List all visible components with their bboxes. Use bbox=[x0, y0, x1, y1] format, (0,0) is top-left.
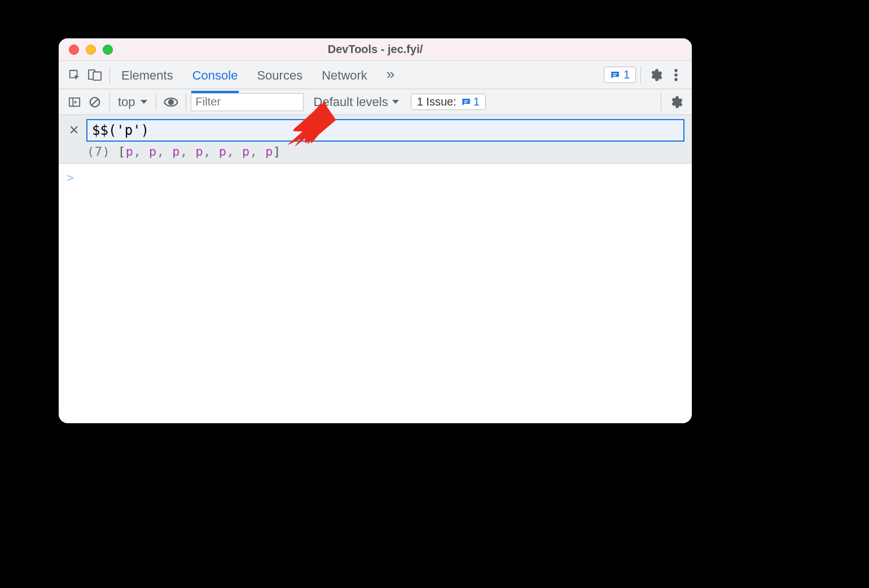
context-label: top bbox=[118, 95, 135, 109]
settings-icon[interactable] bbox=[646, 65, 666, 85]
result-element[interactable]: p bbox=[242, 144, 250, 159]
device-toolbar-icon[interactable] bbox=[85, 65, 105, 85]
levels-label: Default levels bbox=[314, 95, 388, 109]
message-icon bbox=[461, 97, 471, 107]
result-element[interactable]: p bbox=[172, 144, 180, 159]
svg-rect-3 bbox=[613, 73, 617, 74]
panel-tabs: Elements Console Sources Network » bbox=[120, 63, 396, 87]
execution-context-selector[interactable]: top bbox=[115, 95, 151, 109]
more-menu-icon[interactable] bbox=[666, 65, 686, 85]
more-tabs-icon[interactable]: » bbox=[385, 63, 396, 87]
divider bbox=[186, 94, 186, 111]
divider bbox=[109, 67, 110, 84]
live-expression-result: (7) [p, p, p, p, p, p, p] bbox=[87, 144, 684, 159]
svg-rect-14 bbox=[464, 100, 468, 102]
result-element[interactable]: p bbox=[196, 144, 204, 159]
devtools-window: DevTools - jec.fyi/ Elements Console Sou… bbox=[59, 38, 692, 423]
chevron-down-icon bbox=[140, 99, 148, 105]
svg-point-7 bbox=[675, 78, 678, 81]
log-levels-selector[interactable]: Default levels bbox=[314, 95, 400, 109]
chevron-down-icon bbox=[392, 99, 400, 105]
svg-line-11 bbox=[92, 99, 98, 105]
live-expression-input[interactable] bbox=[87, 120, 684, 141]
svg-point-13 bbox=[168, 99, 174, 105]
svg-rect-4 bbox=[613, 75, 616, 76]
tab-elements[interactable]: Elements bbox=[120, 63, 174, 87]
messages-badge[interactable]: 1 bbox=[604, 67, 636, 83]
issues-label: 1 Issue: bbox=[417, 95, 457, 108]
divider bbox=[640, 67, 641, 84]
console-prompt[interactable]: > bbox=[59, 164, 692, 191]
divider bbox=[661, 94, 661, 111]
prompt-caret-icon: > bbox=[67, 170, 74, 185]
result-element[interactable]: p bbox=[126, 144, 134, 159]
main-toolbar: Elements Console Sources Network » 1 bbox=[59, 61, 692, 89]
result-element[interactable]: p bbox=[265, 144, 273, 159]
svg-point-6 bbox=[675, 73, 678, 76]
toggle-sidebar-icon[interactable] bbox=[64, 92, 85, 112]
filter-input[interactable] bbox=[191, 93, 304, 111]
result-element[interactable]: p bbox=[149, 144, 157, 159]
window-title: DevTools - jec.fyi/ bbox=[59, 43, 692, 56]
issues-count: 1 bbox=[473, 95, 480, 108]
divider bbox=[156, 94, 156, 111]
console-settings-icon[interactable] bbox=[666, 92, 686, 112]
live-expression-icon[interactable] bbox=[161, 92, 181, 112]
result-count: (7) bbox=[87, 144, 110, 159]
issues-button[interactable]: 1 Issue: 1 bbox=[411, 94, 486, 110]
inspect-element-icon[interactable] bbox=[64, 65, 85, 85]
messages-count: 1 bbox=[624, 68, 630, 81]
clear-console-icon[interactable] bbox=[85, 92, 105, 112]
message-icon bbox=[610, 70, 620, 80]
svg-rect-2 bbox=[93, 72, 101, 80]
tab-network[interactable]: Network bbox=[321, 63, 368, 87]
close-icon[interactable]: ✕ bbox=[67, 124, 81, 137]
tab-sources[interactable]: Sources bbox=[256, 63, 304, 87]
svg-rect-15 bbox=[464, 102, 467, 103]
divider bbox=[109, 94, 110, 111]
result-element[interactable]: p bbox=[219, 144, 227, 159]
tab-console[interactable]: Console bbox=[191, 63, 239, 87]
title-bar: DevTools - jec.fyi/ bbox=[59, 38, 692, 61]
console-toolbar: top Default levels 1 Issue: 1 bbox=[59, 89, 692, 115]
live-expression-row: ✕ (7) [p, p, p, p, p, p, p] bbox=[59, 115, 692, 164]
svg-point-5 bbox=[675, 69, 678, 72]
